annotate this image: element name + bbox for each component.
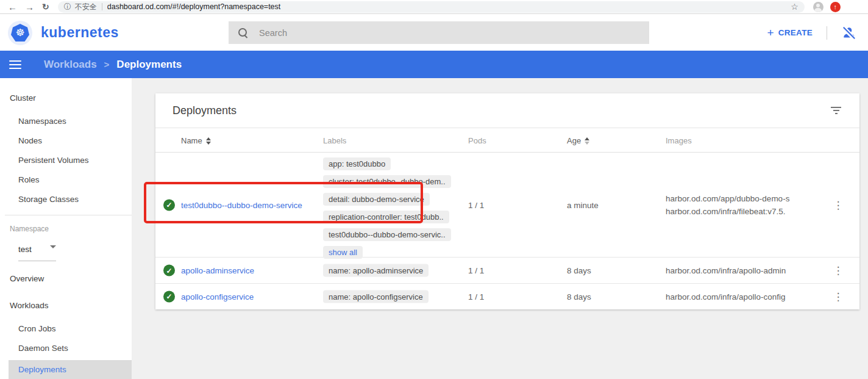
chevron-down-icon [50,245,56,248]
label-chip: cluster: test0dubbo--dubbo-dem.. [323,175,451,188]
plus-icon: + [767,27,774,38]
table-row: ✓ test0dubbo--dubbo-demo-service app: te… [155,153,859,258]
label-chip: name: apollo-configservice [323,290,429,303]
sidebar: Cluster Namespaces Nodes Persistent Volu… [0,78,132,379]
deployments-card: Deployments Name Labels Pods Age Images … [155,93,859,309]
label-chip: name: apollo-adminservice [323,264,429,277]
create-label: CREATE [778,28,813,37]
menu-icon[interactable] [9,58,21,71]
filter-icon[interactable] [831,107,841,116]
extension-icon[interactable]: ↑ [830,2,841,12]
content-area: Deployments Name Labels Pods Age Images … [132,78,868,379]
label-chip: detail: dubbo-demo-service [323,193,430,206]
address-bar[interactable]: ⓘ 不安全 dashboard.od.com/#!/deployment?nam… [58,1,805,13]
row-actions-icon[interactable]: ⋮ [831,264,845,277]
column-header-labels[interactable]: Labels [323,136,346,145]
divider [827,26,827,40]
column-header-pods[interactable]: Pods [468,136,486,145]
sidebar-item-daemon-sets[interactable]: Daemon Sets [0,344,132,356]
column-header-age[interactable]: Age [567,136,589,145]
create-button[interactable]: + CREATE [767,27,813,38]
images-cell: harbor.od.com/app/dubbo-demo-s harbor.od… [666,192,831,218]
table-row: ✓ apollo-adminservice name: apollo-admin… [155,258,859,284]
namespace-label: Namespace [10,225,49,233]
sidebar-item-deployments[interactable]: Deployments [9,360,132,379]
breadcrumb-bar: Workloads > Deployments [0,51,868,78]
namespace-select[interactable]: test [18,244,56,254]
sidebar-item-nodes[interactable]: Nodes [0,136,132,148]
status-ok-icon: ✓ [163,291,175,302]
search-input[interactable] [259,28,649,38]
sidebar-item-cron-jobs[interactable]: Cron Jobs [0,324,132,336]
divider [102,3,102,10]
show-all-link[interactable]: show all [323,246,363,259]
images-cell: harbor.od.com/infra/apollo-config [666,290,831,303]
column-header-name[interactable]: Name [181,136,211,145]
chevron-right-icon: > [104,59,110,70]
sidebar-item-persistent-volumes[interactable]: Persistent Volumes [0,156,132,168]
label-chip: app: test0dubbo [323,157,391,170]
reload-icon[interactable]: ↻ [42,2,49,11]
status-ok-icon: ✓ [163,199,175,211]
label-chip: test0dubbo--dubbo-demo-servic.. [323,228,451,241]
table-header-row: Name Labels Pods Age Images [155,128,859,153]
search-bar[interactable] [229,21,649,44]
browser-profile-avatar[interactable] [813,2,824,12]
row-actions-icon[interactable]: ⋮ [831,290,845,303]
forward-icon[interactable]: → [25,2,34,12]
sidebar-item-storage-classes[interactable]: Storage Classes [0,195,132,207]
kubernetes-logo-icon: ☸ [8,21,32,45]
url-text[interactable]: dashboard.od.com/#!/deployment?namespace… [107,2,788,11]
row-actions-icon[interactable]: ⋮ [831,198,845,211]
sidebar-item-cluster[interactable]: Cluster [0,93,132,106]
divider [18,261,56,261]
sidebar-item-overview[interactable]: Overview [0,274,132,286]
user-disabled-icon[interactable] [841,25,857,41]
kubernetes-brand[interactable]: ☸ kubernetes [8,21,221,45]
table-row: ✓ apollo-configservice name: apollo-conf… [155,284,859,309]
pods-cell: 1 / 1 [468,266,484,275]
pods-cell: 1 / 1 [468,292,484,301]
sort-icon [585,137,589,145]
age-cell: 8 days [567,266,591,275]
sort-icon [206,137,211,145]
breadcrumb-parent[interactable]: Workloads [44,59,97,71]
app-header: ☸ kubernetes + CREATE [0,15,868,51]
deployment-link[interactable]: apollo-configservice [181,292,254,301]
status-ok-icon: ✓ [163,265,175,276]
sidebar-item-namespaces[interactable]: Namespaces [0,117,132,129]
age-cell: 8 days [567,292,591,301]
age-cell: a minute [567,200,599,209]
namespace-value: test [18,245,32,254]
info-icon[interactable]: ⓘ [64,2,71,12]
pods-cell: 1 / 1 [468,200,484,209]
images-cell: harbor.od.com/infra/apollo-admin [666,264,831,277]
deployment-link[interactable]: apollo-adminservice [181,266,254,275]
card-title: Deployments [173,104,237,117]
bookmark-star-icon[interactable]: ☆ [791,2,799,12]
back-icon[interactable]: ← [8,2,17,12]
divider [5,215,132,215]
sidebar-item-workloads[interactable]: Workloads [0,301,132,313]
deployment-link[interactable]: test0dubbo--dubbo-demo-service [181,200,302,209]
sidebar-item-label: Deployments [18,365,66,374]
search-icon [238,28,248,38]
breadcrumb-current: Deployments [116,59,182,71]
security-label: 不安全 [75,2,97,12]
labels-cell: app: test0dubbo cluster: test0dubbo--dub… [323,157,451,264]
browser-toolbar: ← → ↻ ⓘ 不安全 dashboard.od.com/#!/deployme… [0,0,868,14]
column-header-images[interactable]: Images [666,136,692,145]
sidebar-item-roles[interactable]: Roles [0,175,132,187]
brand-name: kubernetes [41,24,119,41]
label-chip: replication-controller: test0dubb.. [323,211,449,223]
